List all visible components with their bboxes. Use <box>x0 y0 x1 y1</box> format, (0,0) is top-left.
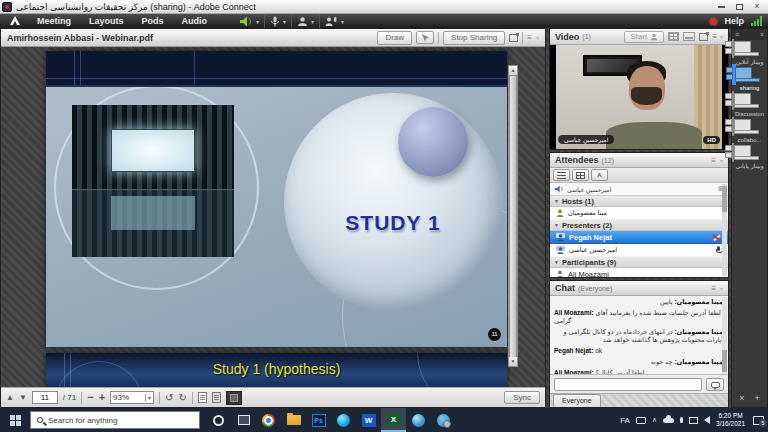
menu-audio[interactable]: Audio <box>173 14 217 28</box>
add-layout-icon[interactable]: + <box>755 393 760 403</box>
scroll-down-icon[interactable]: ▼ <box>509 357 517 366</box>
previous-page-button[interactable]: ▲ <box>6 393 14 402</box>
raise-hand-dropdown-icon[interactable]: ▾ <box>341 18 344 25</box>
attendee-row-presenter[interactable]: امیرحسین عباسی <box>550 244 728 257</box>
sync-button[interactable]: Sync <box>504 391 540 404</box>
taskbar-clock[interactable]: 6:20 PM 3/16/2021 <box>716 412 745 428</box>
webcam-button[interactable]: ▾ <box>291 14 319 28</box>
menu-meeting[interactable]: Meeting <box>28 14 80 28</box>
recording-indicator-icon[interactable] <box>710 18 717 25</box>
speaker-dropdown-icon[interactable]: ▾ <box>256 18 259 25</box>
layouts-menu-icon[interactable]: ≡ <box>735 31 739 38</box>
layout-item[interactable]: collabo... <box>732 118 767 144</box>
network-tray-button[interactable] <box>689 417 698 424</box>
chat-input[interactable] <box>554 378 702 391</box>
layout-item-selected[interactable]: sharing <box>732 66 767 92</box>
start-webcam-button[interactable]: Start <box>624 31 664 43</box>
speaker-button[interactable]: ▾ <box>234 14 264 28</box>
zoom-in-button[interactable]: + <box>99 392 105 403</box>
minimize-button[interactable] <box>712 1 730 12</box>
chrome-button[interactable] <box>256 408 281 432</box>
fullscreen-icon[interactable] <box>509 34 518 42</box>
tab-everyone[interactable]: Everyone <box>553 394 601 407</box>
attendees-scrollbar[interactable] <box>722 184 727 276</box>
action-center-button[interactable]: 5 <box>753 416 764 425</box>
layout-thumbnail[interactable] <box>732 91 734 110</box>
excel-button-active[interactable]: X <box>381 408 406 432</box>
attendee-row-host[interactable]: مینا معصومیان <box>550 207 728 220</box>
page-number-input[interactable] <box>32 391 58 404</box>
zoom-out-button[interactable]: − <box>87 392 93 403</box>
photoshop-button[interactable]: Ps <box>306 408 331 432</box>
layouts-close-icon[interactable]: × <box>760 31 764 38</box>
menu-layouts[interactable]: Layouts <box>80 14 133 28</box>
share-pod-menu[interactable]: ≡▾ <box>527 33 539 42</box>
grid-view-icon[interactable] <box>668 32 679 41</box>
attendee-list-view-button[interactable] <box>553 169 570 181</box>
microphone-tray-button[interactable] <box>680 417 683 423</box>
layout-item[interactable]: Discussion <box>732 92 767 118</box>
onedrive-tray-button[interactable] <box>663 418 674 423</box>
next-page-button[interactable]: ▼ <box>19 393 27 402</box>
menu-pods[interactable]: Pods <box>133 14 173 28</box>
delete-layout-icon[interactable]: × <box>739 393 744 403</box>
fullscreen-icon[interactable] <box>699 33 708 41</box>
layout-item[interactable]: وبینار آنلاین <box>732 40 767 66</box>
scrollbar-thumb[interactable] <box>722 350 727 372</box>
filmstrip-view-icon[interactable] <box>683 32 695 41</box>
stop-sharing-button[interactable]: Stop Sharing <box>443 31 505 45</box>
attendee-status-view-button[interactable]: A <box>591 169 608 181</box>
browser-globe-button[interactable] <box>406 408 431 432</box>
language-indicator[interactable]: FA <box>620 416 630 425</box>
rotate-right-button[interactable]: ↻ <box>178 393 186 403</box>
attendee-row-participant[interactable]: Ali Moazami <box>550 268 728 278</box>
layouts-panel-header: ≡ × <box>732 29 767 40</box>
video-pod-menu[interactable]: ≡▾ <box>712 32 723 41</box>
scrollbar-thumb[interactable] <box>509 75 517 367</box>
task-view-button[interactable] <box>231 408 256 432</box>
file-explorer-button[interactable] <box>281 408 306 432</box>
rotate-left-button[interactable]: ↺ <box>165 393 173 403</box>
cortana-button[interactable] <box>206 408 231 432</box>
send-message-button[interactable] <box>706 378 724 391</box>
attendees-pod-menu[interactable]: ≡▾ <box>711 156 723 165</box>
layout-thumbnail[interactable] <box>732 143 734 162</box>
microphone-button[interactable]: ▾ <box>264 14 291 28</box>
edge-button[interactable] <box>331 408 356 432</box>
word-button[interactable]: W <box>356 408 381 432</box>
fit-page-button[interactable] <box>212 392 221 403</box>
layout-thumbnail[interactable] <box>732 39 734 58</box>
hidden-icons-button[interactable]: ∧ <box>652 416 657 424</box>
microphone-dropdown-icon[interactable]: ▾ <box>283 18 286 25</box>
volume-tray-button[interactable] <box>704 416 710 424</box>
start-button[interactable] <box>0 408 30 432</box>
zoom-level-select[interactable]: 93% ▾ <box>110 391 154 404</box>
close-button[interactable]: × <box>748 1 766 12</box>
help-menu[interactable]: Help <box>724 16 744 26</box>
maximize-button[interactable] <box>730 1 748 12</box>
presenters-section-header[interactable]: ▼ Presenters (2) <box>550 220 728 231</box>
layout-item[interactable]: وبینار پایانی <box>732 144 767 170</box>
breakout-view-button[interactable] <box>572 169 589 181</box>
chat-scrollbar[interactable] <box>722 297 727 374</box>
participants-section-header[interactable]: ▼ Participants (9) <box>550 257 728 268</box>
thumbnails-toggle-button[interactable] <box>226 391 242 405</box>
attendee-row-presenter-selected[interactable]: Pegah Nejat <box>550 231 728 244</box>
hosts-section-header[interactable]: ▼ Hosts (1) <box>550 196 728 207</box>
scroll-up-icon[interactable]: ▲ <box>509 66 517 75</box>
network-icon <box>689 417 698 424</box>
document-scrollbar[interactable]: ▲ ▼ <box>508 65 518 367</box>
raise-hand-button[interactable]: ▾ <box>319 14 349 28</box>
keyboard-tray-button[interactable] <box>636 417 646 424</box>
fit-width-button[interactable] <box>198 392 207 403</box>
settings-app-button[interactable] <box>431 408 456 432</box>
taskbar-search[interactable]: Search for anything <box>30 411 200 429</box>
layout-thumbnail-selected[interactable] <box>732 64 736 85</box>
webcam-dropdown-icon[interactable]: ▾ <box>311 18 314 25</box>
pointer-button[interactable] <box>416 31 434 44</box>
draw-button[interactable]: Draw <box>377 31 412 45</box>
layout-thumbnail[interactable] <box>732 117 734 136</box>
chat-pod-menu[interactable]: ≡▾ <box>711 284 723 293</box>
scrollbar-thumb[interactable] <box>722 186 727 212</box>
connection-signal-icon[interactable] <box>751 16 762 26</box>
